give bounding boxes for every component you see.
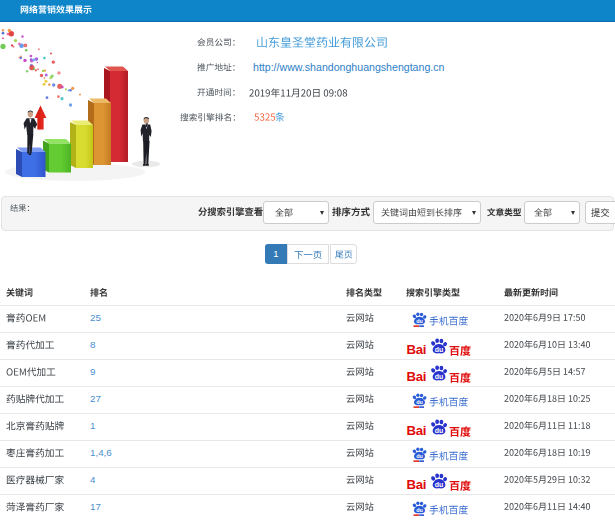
svg-text:du: du	[416, 507, 423, 513]
svg-text:Bai: Bai	[407, 477, 427, 492]
svg-text:du: du	[435, 346, 444, 353]
svg-text:du: du	[435, 427, 444, 434]
svg-text:du: du	[435, 373, 444, 380]
svg-text:Bai: Bai	[407, 369, 427, 384]
svg-text:du: du	[416, 318, 423, 324]
svg-text:Bai: Bai	[407, 342, 427, 357]
svg-text:du: du	[416, 399, 423, 405]
svg-text:Bai: Bai	[407, 423, 427, 438]
svg-text:du: du	[435, 481, 444, 488]
svg-text:du: du	[416, 453, 423, 459]
